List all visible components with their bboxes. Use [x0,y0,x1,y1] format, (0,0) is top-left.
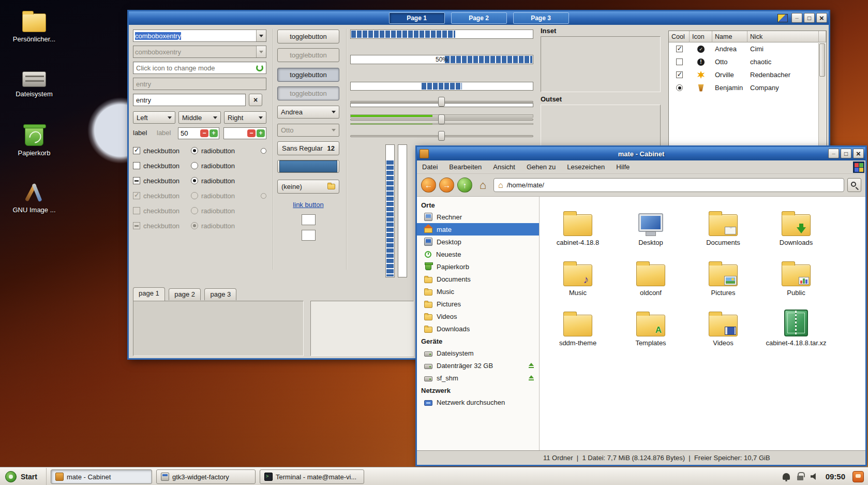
vertical-scale[interactable] [398,144,407,277]
close-button[interactable] [816,13,827,23]
notebook-tab-page1[interactable]: page 1 [133,287,165,301]
spin-button-2[interactable] [223,127,266,139]
session-indicator-icon[interactable] [852,471,864,482]
desktop-icon-personal-folder[interactable]: Persönlicher... [9,13,59,43]
color-button[interactable] [277,160,339,173]
task-button-terminal[interactable]: Terminal - mate@mate-vi... [260,469,364,484]
spin-increment-icon[interactable] [257,129,265,137]
sidebar-item-datentraeger[interactable]: Datenträger 32 GB [417,359,539,372]
titlebar-tab-page1[interactable]: Page 1 [389,12,445,24]
home-button[interactable] [475,178,490,193]
radio-selected[interactable] [191,147,198,154]
scale-slider-3[interactable] [350,130,533,142]
file-item[interactable]: Public [765,257,828,297]
spin-button[interactable]: 50 [178,127,219,139]
back-button[interactable] [421,178,436,193]
cool-checkbox[interactable] [676,71,683,78]
scrollbar-thumb[interactable] [819,43,825,77]
eject-icon[interactable] [529,375,534,378]
notebook-tab-page3[interactable]: page 3 [204,288,236,300]
minimize-button[interactable] [791,13,802,23]
sidebar-item-desktop[interactable]: Desktop [417,236,539,248]
font-button[interactable]: Sans Regular 12 [277,141,339,155]
column-header-name[interactable]: Name [712,31,747,42]
checkbox-indeterminate[interactable] [133,177,140,184]
checkbox-unchecked[interactable] [133,162,140,169]
slider-handle[interactable] [438,114,445,124]
clear-entry-button[interactable] [249,94,262,106]
minimize-button[interactable] [828,149,839,158]
text-entry[interactable]: entry [133,94,246,106]
menu-ansicht[interactable]: Ansicht [493,163,515,171]
slider-handle[interactable] [438,97,445,107]
small-checkbox-2[interactable] [302,230,316,241]
search-button[interactable] [847,178,861,192]
file-item[interactable]: Documents [692,207,755,246]
close-button[interactable] [853,149,864,158]
file-item[interactable]: sddm-theme [546,307,609,347]
toggle-button-1[interactable]: togglebutton [277,30,339,43]
table-row[interactable]: Orville Redenbacher [669,68,826,81]
sidebar-item-music[interactable]: Music [417,285,539,298]
spin-increment-icon[interactable] [209,129,218,137]
sidebar-item-pictures[interactable]: Pictures [417,298,539,310]
file-item[interactable]: Pictures [692,257,755,297]
toggle-button-3-active[interactable]: togglebutton [277,68,339,82]
notification-bell-icon[interactable] [783,473,790,480]
file-manager-titlebar[interactable]: mate - Cabinet [417,147,865,160]
task-button-widget-factory[interactable]: gtk3-widget-factory [156,469,256,484]
titlebar-tab-page2[interactable]: Page 2 [451,12,507,24]
align-combo-right[interactable]: Right [224,111,266,124]
eject-icon[interactable] [529,363,534,366]
file-icon-view[interactable]: cabinet-4.18.8 Desktop Documents Downloa… [540,197,865,450]
scale-slider-1[interactable] [350,96,533,108]
maximize-button[interactable] [841,149,851,158]
align-combo-left[interactable]: Left [133,111,175,124]
desktop-icon-filesystem[interactable]: Dateisystem [9,71,59,98]
table-row[interactable]: Benjamin Company [669,81,826,94]
column-header-nick[interactable]: Nick [747,31,819,42]
menu-gehen-zu[interactable]: Gehen zu [527,163,556,171]
sidebar-item-dateisystem[interactable]: Dateisystem [417,347,539,359]
sidebar-item-sf-shm[interactable]: sf_shm [417,372,539,384]
link-button[interactable]: link button [293,201,323,209]
sidebar-item-documents[interactable]: Documents [417,273,539,285]
notebook-tab-page2[interactable]: page 2 [169,288,201,300]
file-chooser-button[interactable]: (keine) [277,180,339,194]
file-item[interactable]: Music [546,257,609,297]
volume-icon[interactable] [811,473,818,480]
align-combo-middle[interactable]: Middle [178,111,221,124]
up-button[interactable] [457,178,472,193]
checkbox-checked[interactable] [133,147,140,154]
file-item[interactable]: Videos [692,307,755,347]
lock-icon[interactable] [797,476,803,480]
spin-decrement-icon[interactable] [200,129,208,137]
file-item[interactable]: Templates [619,307,682,347]
slider-handle[interactable] [438,131,445,141]
location-bar[interactable]: /home/mate/ [493,178,844,192]
menu-datei[interactable]: Datei [422,163,438,171]
menu-bearbeiten[interactable]: Bearbeiten [449,163,482,171]
dropdown-button[interactable] [256,30,266,41]
combobox-entry-editable[interactable]: comboboxentry [133,30,266,42]
radio-selected[interactable] [191,177,198,184]
file-item[interactable]: cabinet-4.18.8.tar.xz [765,307,828,347]
forward-button[interactable] [439,178,454,193]
sidebar-item-mate[interactable]: mate [417,223,539,236]
table-row[interactable]: Otto chaotic [669,55,826,68]
sidebar-item-rechner[interactable]: Rechner [417,211,539,223]
sidebar-item-neueste[interactable]: Neueste [417,248,539,260]
table-row[interactable]: Andrea Cimi [669,42,826,55]
file-item[interactable]: cabinet-4.18.8 [546,207,609,246]
clock[interactable]: 09:50 [826,472,845,481]
radio-small[interactable] [261,148,266,154]
sidebar-item-netzwerk-durchsuchen[interactable]: Netzwerk durchsuchen [417,396,539,408]
widget-factory-titlebar[interactable]: Page 1 Page 2 Page 3 [129,11,829,25]
menu-hilfe[interactable]: Hilfe [616,163,630,171]
column-header-icon[interactable]: Icon [690,31,712,42]
sidebar-item-downloads[interactable]: Downloads [417,322,539,335]
cool-radio[interactable] [676,84,683,91]
desktop-icon-trash[interactable]: Papierkorb [9,126,59,157]
scale-slider-2[interactable] [350,114,533,125]
column-header-cool[interactable]: Cool [669,31,690,42]
